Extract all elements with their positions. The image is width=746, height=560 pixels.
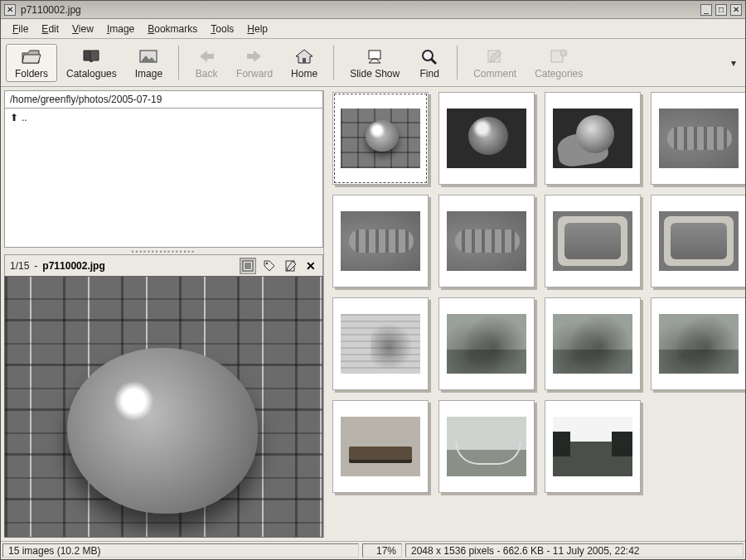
toolbar-categories-button[interactable]: Categories — [526, 44, 592, 82]
window-maximize-icon[interactable]: □ — [715, 4, 727, 16]
menu-tools[interactable]: Tools — [206, 22, 239, 36]
thumbnail[interactable] — [545, 195, 641, 287]
toolbar-categories-label: Categories — [535, 68, 583, 80]
thumbnail[interactable] — [438, 297, 535, 390]
toolbar-back-label: Back — [196, 68, 218, 80]
path-field[interactable]: /home/greenfly/photos/2005-07-19 — [4, 90, 323, 109]
toolbar-slideshow-button[interactable]: Slide Show — [341, 44, 409, 82]
toolbar-comment-label: Comment — [473, 68, 516, 80]
menu-view[interactable]: View — [67, 22, 99, 36]
toolbar-slideshow-label: Slide Show — [350, 68, 400, 80]
tag-button[interactable] — [261, 258, 278, 274]
thumbnail[interactable] — [545, 297, 641, 390]
pencil-icon — [284, 259, 298, 273]
window-close-icon[interactable]: ✕ — [730, 4, 742, 16]
fit-mode-button[interactable] — [240, 258, 256, 274]
svg-point-9 — [266, 262, 268, 263]
titlebar: ✕ p7110002.jpg _ □ ✕ — [1, 1, 745, 19]
image-icon — [137, 46, 160, 66]
menu-help[interactable]: Help — [242, 22, 273, 36]
folder-open-icon — [20, 46, 43, 66]
menu-image[interactable]: Image — [102, 22, 139, 36]
preview-close-button[interactable]: ✕ — [304, 259, 317, 273]
thumbnail[interactable] — [332, 195, 429, 287]
thumbnail[interactable] — [332, 92, 429, 185]
thumb-image — [659, 109, 739, 168]
content-area: /home/greenfly/photos/2005-07-19 ⬆ .. ▪▪… — [1, 87, 745, 541]
categories-icon — [547, 46, 570, 66]
thumb-image — [553, 211, 632, 271]
thumb-image — [341, 109, 420, 168]
book-icon — [80, 46, 103, 66]
window-minimize-icon[interactable]: _ — [700, 4, 712, 16]
toolbar-back-button[interactable]: Back — [186, 44, 227, 82]
toolbar-overflow-button[interactable]: ▾ — [727, 41, 740, 84]
up-arrow-icon: ⬆ — [10, 112, 18, 123]
toolbar-comment-button[interactable]: Comment — [464, 44, 526, 82]
thumb-image — [341, 417, 420, 476]
parent-dir-label: .. — [22, 112, 27, 123]
toolbar-catalogues-label: Catalogues — [66, 68, 117, 80]
toolbar-image-label: Image — [135, 68, 162, 80]
index-sep: - — [34, 260, 37, 272]
arrow-left-icon — [195, 46, 218, 66]
thumbnail[interactable] — [332, 400, 429, 493]
folder-list[interactable]: ⬆ .. — [4, 109, 323, 248]
toolbar-separator — [333, 46, 334, 80]
thumb-image — [447, 109, 526, 168]
tag-icon — [263, 259, 276, 273]
thumb-image — [341, 211, 420, 271]
image-filename: p7110002.jpg — [42, 260, 104, 272]
toolbar-folders-button[interactable]: Folders — [6, 44, 57, 82]
preview-infobar: 1/15 - p7110002.jpg ✕ — [4, 254, 323, 276]
preview-subject — [67, 348, 258, 514]
thumb-image — [553, 109, 632, 168]
thumbnail[interactable] — [651, 92, 745, 185]
thumb-image — [659, 211, 739, 271]
toolbar-find-button[interactable]: Find — [409, 44, 450, 82]
toolbar-image-button[interactable]: Image — [126, 44, 172, 82]
search-icon — [418, 46, 441, 66]
thumbnail[interactable] — [438, 195, 535, 287]
toolbar-forward-label: Forward — [236, 68, 273, 80]
preview-image[interactable] — [4, 276, 323, 538]
arrow-right-icon — [243, 46, 266, 66]
toolbar-find-label: Find — [420, 68, 439, 80]
thumbnail[interactable] — [438, 400, 535, 493]
thumbnail-panel[interactable] — [324, 87, 745, 541]
thumbnail[interactable] — [545, 400, 641, 493]
toolbar-home-button[interactable]: Home — [282, 44, 327, 82]
toolbar: Folders Catalogues Image Back Forwa — [1, 39, 745, 87]
menubar: File Edit View Image Bookmarks Tools Hel… — [1, 19, 745, 39]
thumbnail[interactable] — [545, 92, 641, 185]
home-icon — [293, 46, 316, 66]
svg-rect-1 — [303, 58, 306, 63]
pane-splitter[interactable]: ▪▪▪▪▪▪▪▪▪▪▪▪▪▪▪▪ — [4, 248, 323, 254]
edit-button[interactable] — [283, 258, 299, 274]
thumb-image — [553, 417, 632, 476]
toolbar-separator — [457, 46, 458, 80]
statusbar: 15 images (10.2 MB) 17% 2048 x 1536 pixe… — [1, 541, 745, 559]
menu-file[interactable]: File — [7, 22, 33, 36]
toolbar-home-label: Home — [291, 68, 317, 80]
thumbnail[interactable] — [651, 297, 745, 390]
thumbnail[interactable] — [651, 195, 745, 287]
thumb-image — [659, 314, 739, 374]
status-count: 15 images (10.2 MB) — [2, 543, 359, 558]
toolbar-catalogues-button[interactable]: Catalogues — [57, 44, 126, 82]
menu-edit[interactable]: Edit — [36, 22, 64, 36]
toolbar-forward-button[interactable]: Forward — [227, 44, 282, 82]
svg-rect-2 — [369, 51, 380, 59]
thumbnail-grid — [332, 92, 739, 493]
status-zoom: 17% — [362, 543, 402, 558]
thumb-image — [447, 417, 526, 476]
thumb-image — [447, 314, 526, 374]
parent-dir-item[interactable]: ⬆ .. — [10, 112, 317, 123]
thumb-image — [341, 314, 420, 374]
menu-bookmarks[interactable]: Bookmarks — [143, 22, 202, 36]
thumbnail[interactable] — [332, 297, 429, 390]
thumbnail[interactable] — [438, 92, 535, 185]
projector-icon — [363, 46, 386, 66]
svg-point-6 — [560, 50, 567, 56]
window-close-left-icon[interactable]: ✕ — [4, 4, 16, 16]
